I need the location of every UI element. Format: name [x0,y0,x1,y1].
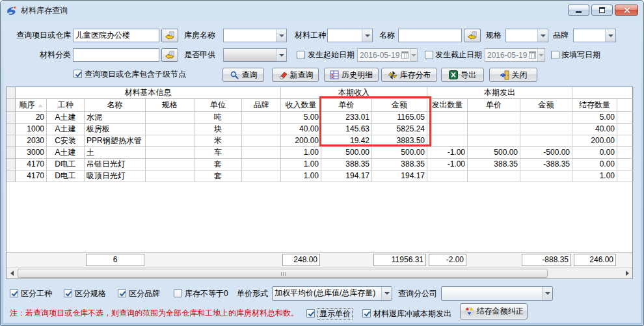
grid-cell[interactable]: 车 [195,147,242,159]
grid-cell[interactable]: 194.17 [372,170,427,182]
grid-cell[interactable] [427,112,468,124]
grid-cell[interactable]: 200.00 [281,135,321,147]
grid-cell[interactable]: -1.00 [427,147,468,159]
grid-cell[interactable]: 40.00 [572,124,617,135]
grid-cell[interactable]: A土建 [47,147,85,159]
include-children-checkbox[interactable] [74,70,82,78]
distinguish-brand-checkbox[interactable] [118,289,126,297]
grid-cell[interactable]: C安装 [47,135,85,147]
show-price-checkbox[interactable] [306,309,315,318]
end-date-checkbox[interactable] [425,51,433,59]
end-date-label[interactable]: 发生截止日期 [435,48,482,62]
category-picker-button[interactable] [161,48,178,62]
grid-cell[interactable] [468,112,520,124]
query-button[interactable]: 查询 [222,68,264,82]
title-bar[interactable]: 材料库存查询 [1,1,643,20]
grid-cell[interactable]: 0.00 [572,159,617,170]
include-children-label[interactable]: 查询项目或仓库包含子级节点 [85,68,186,81]
grid-cell[interactable]: PPR钢塑热水管 [85,135,146,147]
grid-cell[interactable]: 土 [85,147,146,159]
grid-cell[interactable]: 20 [16,112,47,124]
col-header-13[interactable]: 结存数量 [572,99,617,112]
show-price-label[interactable]: 显示单价 [317,308,353,319]
grid-cell[interactable]: 1.00 [281,159,321,170]
col-header-1[interactable]: 顺序 [16,99,47,112]
grid-cell[interactable]: 块 [195,124,242,135]
distinguish-spec-label[interactable]: 区分规格 [75,287,106,301]
grid-cell[interactable]: D电工 [47,170,85,182]
grid-cell[interactable] [146,124,195,135]
owner-supplied-combo[interactable] [223,48,287,62]
col-header-11[interactable]: 单价 [468,99,520,112]
grid-cell[interactable]: 40.00 [281,124,321,135]
grid-cell[interactable]: 0.00 [572,147,617,159]
grid-cell[interactable]: 吨 [195,112,242,124]
warehouse-combo[interactable] [223,29,287,42]
grid-cell[interactable]: 4170 [16,159,47,170]
balance-correction-button[interactable]: 结存金额纠正 [460,303,528,319]
grid-cell[interactable] [468,170,520,182]
grid-cell[interactable]: 吊链日光灯 [85,159,146,170]
grid-cell[interactable]: -500.00 [520,147,572,159]
grid-cell[interactable] [242,112,281,124]
trade-combo[interactable] [327,29,373,42]
grid-cell[interactable]: 3000 [16,147,47,159]
grid-cell[interactable]: 2030 [16,135,47,147]
grid-cell[interactable]: -1.00 [427,159,468,170]
close-window-button[interactable]: 关闭 [489,68,537,82]
col-header-3[interactable]: 名称 [85,99,146,112]
grid-cell[interactable]: A土建 [47,112,85,124]
stock-nonzero-label[interactable]: 库存不等于0 [185,287,228,301]
grid-cell[interactable] [242,135,281,147]
start-date-label[interactable]: 发生起始日期 [308,48,355,62]
grid-cell[interactable]: 套 [195,159,242,170]
new-query-button[interactable]: 新查询 [272,68,319,82]
grid-cell[interactable]: 388.35 [321,159,372,170]
maximize-button[interactable] [591,5,613,16]
grid-cell[interactable] [520,135,572,147]
grid-cell[interactable]: 吸顶日光灯 [85,170,146,182]
grid-cell[interactable] [146,170,195,182]
grid-cell[interactable]: 1.00 [281,170,321,182]
distinguish-trade-label[interactable]: 区分工种 [21,287,52,301]
grid-cell[interactable]: D电工 [47,159,85,170]
grid-cell[interactable] [427,124,468,135]
by-fill-date-label[interactable]: 按填写日期 [561,48,600,62]
return-offset-label[interactable]: 材料退库冲减本期发出 [373,307,451,321]
name-input[interactable] [398,29,462,42]
grid-cell[interactable]: 388.35 [372,159,427,170]
grid-cell[interactable]: 1.00 [572,170,617,182]
row-selector[interactable] [7,170,16,182]
grid-cell[interactable]: 500.00 [372,147,427,159]
distinguish-spec-checkbox[interactable] [64,289,72,297]
grid-cell[interactable] [520,170,572,182]
grid-cell[interactable]: 4170 [16,170,47,182]
by-fill-date-checkbox[interactable] [551,51,559,59]
grid-cell[interactable]: 500.00 [321,147,372,159]
col-header-4[interactable]: 规格 [146,99,195,112]
grid-cell[interactable] [146,159,195,170]
grid-cell[interactable] [242,170,281,182]
grid-cell[interactable] [520,112,572,124]
spec-combo[interactable] [505,29,548,42]
stock-nonzero-checkbox[interactable] [174,289,182,297]
grid-cell[interactable]: 板房板 [85,124,146,135]
row-selector[interactable] [7,112,16,124]
grid-cell[interactable] [427,170,468,182]
row-selector[interactable] [7,135,16,147]
grid-cell[interactable]: 5.00 [281,112,321,124]
grid-cell[interactable] [146,135,195,147]
row-selector[interactable] [7,147,16,159]
stock-distribution-button[interactable]: 库存分布 [381,68,437,82]
col-header-7[interactable]: 收入数量 [281,99,321,112]
export-button[interactable]: 导出 [441,68,484,82]
scroll-left-arrow[interactable] [7,268,17,278]
scroll-right-arrow[interactable] [622,268,632,278]
project-picker-button[interactable] [161,29,178,42]
grid-cell[interactable]: 194.17 [321,170,372,182]
grid-cell[interactable]: 388.35 [468,159,520,170]
start-date-checkbox[interactable] [297,51,305,59]
grid-cell[interactable] [146,112,195,124]
price-form-combo[interactable]: 加权平均价(总库值/总库存量) [272,286,392,301]
grid-cell[interactable]: 水泥 [85,112,146,124]
